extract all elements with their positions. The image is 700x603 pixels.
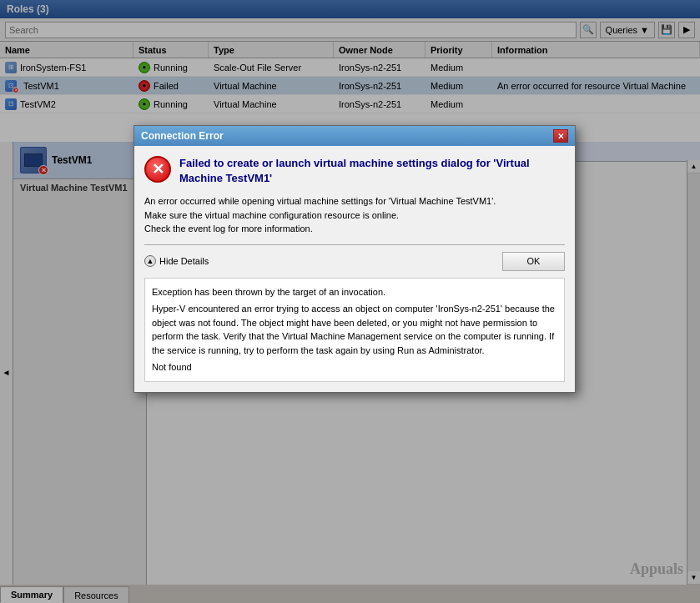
- modal-overlay: Connection Error ✕ ✕ Failed to create or…: [0, 0, 700, 603]
- dialog-title: Connection Error: [141, 130, 224, 142]
- hide-details-button[interactable]: ▲ Hide Details: [144, 255, 209, 267]
- dialog-error-row: ✕ Failed to create or launch virtual mac…: [144, 156, 565, 186]
- hide-details-label: Hide Details: [159, 256, 209, 266]
- dialog-titlebar: Connection Error ✕: [134, 126, 575, 146]
- error-symbol: ✕: [152, 160, 164, 178]
- dialog-close-button[interactable]: ✕: [553, 129, 568, 143]
- dialog-actions: ▲ Hide Details OK: [144, 252, 565, 271]
- details-line2: Hyper-V encountered an error trying to a…: [152, 302, 557, 357]
- dialog-details: Exception has been thrown by the target …: [144, 278, 565, 382]
- dialog-message: An error occurred while opening virtual …: [144, 194, 565, 236]
- details-line3: Not found: [152, 360, 557, 374]
- details-line1: Exception has been thrown by the target …: [152, 285, 557, 299]
- ok-button[interactable]: OK: [502, 252, 565, 271]
- connection-error-dialog: Connection Error ✕ ✕ Failed to create or…: [133, 125, 576, 393]
- close-icon: ✕: [557, 132, 564, 141]
- hide-details-icon: ▲: [144, 255, 156, 267]
- error-icon: ✕: [144, 156, 171, 183]
- dialog-body: ✕ Failed to create or launch virtual mac…: [134, 146, 575, 392]
- dialog-separator: [144, 244, 565, 245]
- dialog-error-title: Failed to create or launch virtual machi…: [179, 156, 565, 186]
